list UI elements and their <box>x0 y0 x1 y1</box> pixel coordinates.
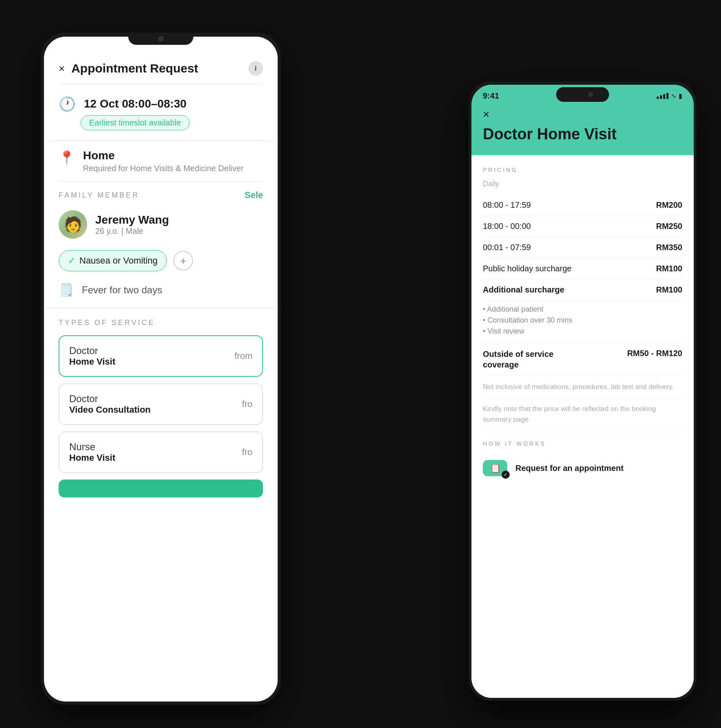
surcharge-item-1: Additional patient <box>483 304 682 315</box>
phone1-screen: × Appointment Request i 🕐 12 Oct 08:00–0… <box>44 37 278 702</box>
surcharge-item-3: Visit review <box>483 326 682 337</box>
service-subtype-3: Home Visit <box>69 453 252 463</box>
pricing-amount-3: RM350 <box>656 243 682 252</box>
service-price-1: from <box>234 351 252 361</box>
symptom-label: Nausea or Vomiting <box>79 255 158 266</box>
info-icon[interactable]: i <box>248 61 263 76</box>
how-icon-1: 📋 ✓ <box>483 460 507 476</box>
pricing-sub-label: Daily <box>483 180 682 188</box>
close-icon[interactable]: × <box>59 62 65 75</box>
coverage-row: Outside of service coverage RM50 - RM120 <box>483 343 682 376</box>
phone2-device: 9:41 ∿ ▮ × Doctor Home Visit PRICING Dai… <box>469 81 697 701</box>
service-card-doctor-home[interactable]: Doctor Home Visit from <box>59 335 263 377</box>
surcharge-value: RM100 <box>656 285 682 295</box>
symptom-tag[interactable]: ✓ Nausea or Vomiting <box>59 250 167 271</box>
notes-row: 🗒️ Fever for two days <box>44 279 278 309</box>
pin-icon: 📍 <box>59 150 75 165</box>
signal-bar-3 <box>663 94 665 99</box>
p2-page-title: Doctor Home Visit <box>483 126 682 143</box>
service-type-2: Doctor <box>69 393 252 405</box>
service-card-nurse-home[interactable]: Nurse Home Visit fro <box>59 431 263 473</box>
avatar: 🧑 <box>59 210 87 239</box>
check-icon: ✓ <box>68 255 75 266</box>
surcharge-item-2: Consultation over 30 mins <box>483 315 682 326</box>
location-row: 📍 Home Required for Home Visits & Medici… <box>44 141 278 181</box>
request-icon: 📋 <box>490 463 501 473</box>
symptom-row: ✓ Nausea or Vomiting + <box>44 247 278 279</box>
confirm-button[interactable] <box>59 479 263 497</box>
p2-content: PRICING Daily 08:00 - 17:59 RM200 18:00 … <box>471 155 694 698</box>
signal-icon <box>657 93 668 99</box>
phone2-camera <box>588 92 593 97</box>
pricing-time-1: 08:00 - 17:59 <box>483 200 531 210</box>
pricing-row-2: 18:00 - 00:00 RM250 <box>483 216 682 237</box>
pricing-row-holiday: Public holiday surcharge RM100 <box>483 258 682 279</box>
how-check-icon: ✓ <box>502 471 510 479</box>
member-info: Jeremy Wang 26 y.o. | Male <box>95 213 169 236</box>
status-icons: ∿ ▮ <box>657 92 682 100</box>
member-name: Jeremy Wang <box>95 213 169 227</box>
service-section-label: TYPES OF SERVICE <box>59 319 263 327</box>
p2-header: × Doctor Home Visit <box>471 104 694 155</box>
surcharge-label: Additional surcharge <box>483 285 564 295</box>
member-row: 🧑 Jeremy Wang 26 y.o. | Male <box>44 205 278 247</box>
note-2: Kindly note that the price will be refle… <box>483 398 682 431</box>
additional-surcharge-row: Additional surcharge RM100 <box>483 279 682 301</box>
service-section: TYPES OF SERVICE Doctor Home Visit from … <box>44 309 278 473</box>
pricing-holiday-value: RM100 <box>656 264 682 273</box>
appointment-datetime: 12 Oct 08:00–08:30 <box>84 97 186 110</box>
service-card-doctor-video[interactable]: Doctor Video Consultation fro <box>59 383 263 425</box>
surcharge-details: Additional patient Consultation over 30 … <box>483 301 682 343</box>
service-subtype-2: Video Consultation <box>69 405 252 415</box>
pricing-row-1: 08:00 - 17:59 RM200 <box>483 195 682 216</box>
timeslot-badge: Earliest timeslot available <box>44 115 278 140</box>
family-member-header: FAMILY MEMBER Sele <box>44 182 278 205</box>
phone1-camera <box>158 36 164 42</box>
notes-text: Fever for two days <box>82 284 162 296</box>
family-member-label: FAMILY MEMBER <box>59 191 139 200</box>
member-age: 26 y.o. | Male <box>95 227 169 236</box>
how-text-1: Request for an appointment <box>515 464 624 473</box>
clock-icon: 🕐 <box>59 96 76 112</box>
select-button[interactable]: Sele <box>245 190 263 200</box>
pricing-row-3: 00:01 - 07:59 RM350 <box>483 237 682 258</box>
battery-icon: ▮ <box>679 92 682 100</box>
location-name: Home <box>83 149 243 162</box>
signal-bar-1 <box>657 97 659 99</box>
service-price-2: fro <box>242 399 252 409</box>
phone2-screen: 9:41 ∿ ▮ × Doctor Home Visit PRICING Dai… <box>471 85 694 698</box>
status-time: 9:41 <box>483 91 499 101</box>
phone2-notch <box>556 87 609 102</box>
coverage-value: RM50 - RM120 <box>627 349 682 358</box>
service-price-3: fro <box>242 447 252 457</box>
pricing-amount-2: RM250 <box>656 222 682 231</box>
note-1: Not inclusive of medications, procedures… <box>483 376 682 398</box>
service-type-3: Nurse <box>69 441 252 453</box>
pricing-holiday-label: Public holiday surcharge <box>483 264 572 273</box>
page-title: Appointment Request <box>71 62 198 75</box>
signal-bar-4 <box>666 93 668 99</box>
phone1-notch <box>128 33 193 45</box>
pricing-section-label: PRICING <box>483 167 682 173</box>
service-subtype-1: Home Visit <box>69 356 252 367</box>
pricing-time-3: 00:01 - 07:59 <box>483 243 531 252</box>
phone1-device: × Appointment Request i 🕐 12 Oct 08:00–0… <box>41 33 281 705</box>
signal-bar-2 <box>660 95 662 99</box>
add-symptom-button[interactable]: + <box>173 251 193 271</box>
location-info: Home Required for Home Visits & Medicine… <box>83 149 243 173</box>
datetime-row: 🕐 12 Oct 08:00–08:30 <box>44 84 278 115</box>
service-type-1: Doctor <box>69 345 252 356</box>
coverage-label: Outside of service coverage <box>483 349 564 370</box>
pricing-amount-1: RM200 <box>656 200 682 210</box>
how-it-works-section: HOW IT WORKS 📋 ✓ Request for an appointm… <box>483 440 682 483</box>
how-section-label: HOW IT WORKS <box>483 440 682 447</box>
location-subtitle: Required for Home Visits & Medicine Deli… <box>83 164 243 173</box>
p2-close-button[interactable]: × <box>483 108 682 121</box>
notes-icon: 🗒️ <box>59 283 74 297</box>
wifi-icon: ∿ <box>671 92 676 100</box>
phone1-content: × Appointment Request i 🕐 12 Oct 08:00–0… <box>44 37 278 702</box>
app-header-left: × Appointment Request <box>59 62 198 75</box>
how-item-1: 📋 ✓ Request for an appointment <box>483 453 682 483</box>
pricing-time-2: 18:00 - 00:00 <box>483 222 531 231</box>
